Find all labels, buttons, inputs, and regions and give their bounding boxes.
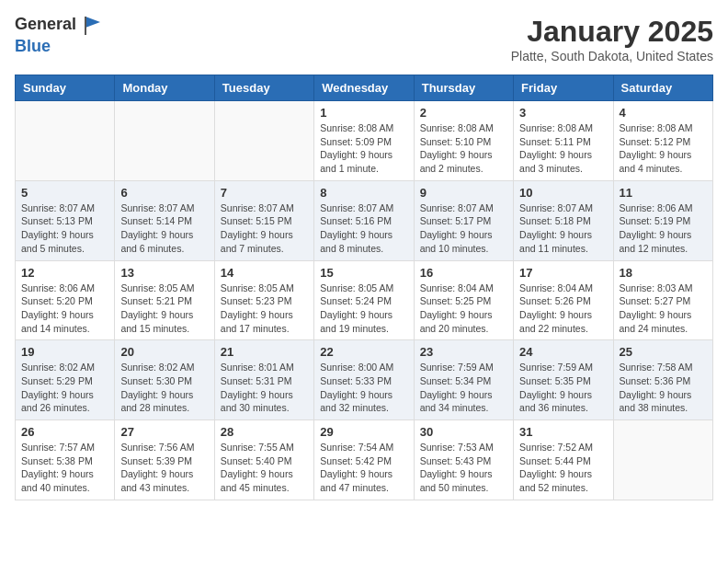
weekday-header-wednesday: Wednesday [314, 75, 414, 101]
day-number: 9 [420, 186, 507, 200]
calendar-day-25: 25Sunrise: 7:58 AM Sunset: 5:36 PM Dayli… [613, 340, 712, 420]
calendar-day-24: 24Sunrise: 7:59 AM Sunset: 5:35 PM Dayli… [514, 340, 613, 420]
day-info: Sunrise: 8:07 AM Sunset: 5:16 PM Dayligh… [320, 201, 407, 256]
logo-blue: Blue [15, 37, 51, 55]
svg-marker-0 [85, 17, 100, 28]
day-info: Sunrise: 7:57 AM Sunset: 5:38 PM Dayligh… [21, 441, 108, 495]
calendar-week-row: 26Sunrise: 7:57 AM Sunset: 5:38 PM Dayli… [16, 420, 713, 500]
day-number: 1 [320, 106, 407, 120]
day-number: 27 [120, 425, 208, 439]
weekday-header-tuesday: Tuesday [214, 75, 313, 101]
day-info: Sunrise: 7:55 AM Sunset: 5:40 PM Dayligh… [221, 441, 308, 495]
day-info: Sunrise: 8:00 AM Sunset: 5:33 PM Dayligh… [320, 361, 407, 415]
day-number: 26 [21, 425, 108, 439]
day-info: Sunrise: 7:53 AM Sunset: 5:43 PM Dayligh… [420, 441, 507, 495]
logo-flag-icon [82, 15, 104, 37]
location-subtitle: Platte, South Dakota, United States [511, 49, 713, 63]
calendar-day-31: 31Sunrise: 7:52 AM Sunset: 5:44 PM Dayli… [514, 420, 613, 500]
logo: General Blue [15, 15, 105, 56]
calendar-day-15: 15Sunrise: 8:05 AM Sunset: 5:24 PM Dayli… [314, 260, 414, 340]
day-info: Sunrise: 7:59 AM Sunset: 5:34 PM Dayligh… [420, 361, 507, 415]
day-number: 18 [620, 266, 707, 280]
calendar-day-22: 22Sunrise: 8:00 AM Sunset: 5:33 PM Dayli… [314, 340, 414, 420]
day-number: 29 [320, 425, 407, 439]
day-info: Sunrise: 8:02 AM Sunset: 5:30 PM Dayligh… [120, 361, 208, 415]
calendar-day-6: 6Sunrise: 8:07 AM Sunset: 5:14 PM Daylig… [115, 180, 214, 260]
calendar-day-28: 28Sunrise: 7:55 AM Sunset: 5:40 PM Dayli… [214, 420, 313, 500]
calendar-week-row: 19Sunrise: 8:02 AM Sunset: 5:29 PM Dayli… [16, 340, 713, 420]
calendar-day-21: 21Sunrise: 8:01 AM Sunset: 5:31 PM Dayli… [214, 340, 313, 420]
calendar-day-4: 4Sunrise: 8:08 AM Sunset: 5:12 PM Daylig… [613, 101, 712, 181]
weekday-header-saturday: Saturday [613, 75, 712, 101]
day-number: 30 [420, 425, 507, 439]
day-info: Sunrise: 7:59 AM Sunset: 5:35 PM Dayligh… [519, 361, 607, 415]
day-info: Sunrise: 8:07 AM Sunset: 5:15 PM Dayligh… [221, 201, 308, 256]
day-number: 17 [519, 266, 607, 280]
day-number: 15 [320, 266, 407, 280]
calendar-day-19: 19Sunrise: 8:02 AM Sunset: 5:29 PM Dayli… [16, 340, 115, 420]
calendar-week-row: 1Sunrise: 8:08 AM Sunset: 5:09 PM Daylig… [16, 101, 713, 181]
calendar-day-empty [613, 420, 712, 500]
page-header: General Blue January 2025 Platte, South … [15, 15, 713, 63]
day-number: 28 [221, 425, 308, 439]
calendar-day-5: 5Sunrise: 8:07 AM Sunset: 5:13 PM Daylig… [16, 180, 115, 260]
day-info: Sunrise: 8:07 AM Sunset: 5:18 PM Dayligh… [519, 201, 607, 256]
logo-text: General Blue [15, 15, 105, 56]
calendar-day-11: 11Sunrise: 8:06 AM Sunset: 5:19 PM Dayli… [613, 180, 712, 260]
day-info: Sunrise: 7:52 AM Sunset: 5:44 PM Dayligh… [519, 441, 607, 495]
day-info: Sunrise: 7:54 AM Sunset: 5:42 PM Dayligh… [320, 441, 407, 495]
day-number: 7 [221, 186, 308, 200]
day-number: 21 [221, 345, 308, 359]
calendar-day-12: 12Sunrise: 8:06 AM Sunset: 5:20 PM Dayli… [16, 260, 115, 340]
day-number: 3 [519, 106, 607, 120]
day-info: Sunrise: 8:07 AM Sunset: 5:14 PM Dayligh… [120, 201, 208, 256]
day-info: Sunrise: 8:05 AM Sunset: 5:24 PM Dayligh… [320, 282, 407, 336]
month-title: January 2025 [511, 15, 713, 49]
calendar-day-10: 10Sunrise: 8:07 AM Sunset: 5:18 PM Dayli… [514, 180, 613, 260]
calendar-day-27: 27Sunrise: 7:56 AM Sunset: 5:39 PM Dayli… [115, 420, 214, 500]
calendar-day-14: 14Sunrise: 8:05 AM Sunset: 5:23 PM Dayli… [214, 260, 313, 340]
day-number: 31 [519, 425, 607, 439]
calendar-day-16: 16Sunrise: 8:04 AM Sunset: 5:25 PM Dayli… [414, 260, 513, 340]
calendar-day-18: 18Sunrise: 8:03 AM Sunset: 5:27 PM Dayli… [613, 260, 712, 340]
calendar-day-7: 7Sunrise: 8:07 AM Sunset: 5:15 PM Daylig… [214, 180, 313, 260]
calendar-day-9: 9Sunrise: 8:07 AM Sunset: 5:17 PM Daylig… [414, 180, 513, 260]
weekday-header-friday: Friday [514, 75, 613, 101]
calendar-day-8: 8Sunrise: 8:07 AM Sunset: 5:16 PM Daylig… [314, 180, 414, 260]
day-info: Sunrise: 8:08 AM Sunset: 5:11 PM Dayligh… [519, 121, 607, 176]
day-number: 11 [620, 186, 707, 200]
day-info: Sunrise: 8:01 AM Sunset: 5:31 PM Dayligh… [221, 361, 308, 415]
day-info: Sunrise: 8:03 AM Sunset: 5:27 PM Dayligh… [620, 282, 707, 336]
calendar-week-row: 5Sunrise: 8:07 AM Sunset: 5:13 PM Daylig… [16, 180, 713, 260]
day-info: Sunrise: 8:08 AM Sunset: 5:10 PM Dayligh… [420, 121, 507, 176]
calendar-day-3: 3Sunrise: 8:08 AM Sunset: 5:11 PM Daylig… [514, 101, 613, 181]
day-number: 2 [420, 106, 507, 120]
day-number: 25 [620, 345, 707, 359]
calendar-day-23: 23Sunrise: 7:59 AM Sunset: 5:34 PM Dayli… [414, 340, 513, 420]
day-number: 24 [519, 345, 607, 359]
day-number: 5 [21, 186, 108, 200]
day-number: 12 [21, 266, 108, 280]
calendar-day-empty [115, 101, 214, 181]
day-info: Sunrise: 8:02 AM Sunset: 5:29 PM Dayligh… [21, 361, 108, 415]
calendar-day-20: 20Sunrise: 8:02 AM Sunset: 5:30 PM Dayli… [115, 340, 214, 420]
calendar-day-13: 13Sunrise: 8:05 AM Sunset: 5:21 PM Dayli… [115, 260, 214, 340]
logo-general: General [15, 15, 76, 33]
day-number: 16 [420, 266, 507, 280]
day-number: 10 [519, 186, 607, 200]
day-number: 4 [620, 106, 707, 120]
day-number: 13 [120, 266, 208, 280]
day-number: 23 [420, 345, 507, 359]
day-number: 8 [320, 186, 407, 200]
day-info: Sunrise: 8:05 AM Sunset: 5:23 PM Dayligh… [221, 282, 308, 336]
calendar-header-row: SundayMondayTuesdayWednesdayThursdayFrid… [16, 75, 713, 101]
day-info: Sunrise: 7:56 AM Sunset: 5:39 PM Dayligh… [120, 441, 208, 495]
calendar-week-row: 12Sunrise: 8:06 AM Sunset: 5:20 PM Dayli… [16, 260, 713, 340]
day-number: 19 [21, 345, 108, 359]
calendar-day-17: 17Sunrise: 8:04 AM Sunset: 5:26 PM Dayli… [514, 260, 613, 340]
day-info: Sunrise: 8:06 AM Sunset: 5:19 PM Dayligh… [620, 201, 707, 256]
day-info: Sunrise: 8:05 AM Sunset: 5:21 PM Dayligh… [120, 282, 208, 336]
day-number: 20 [120, 345, 208, 359]
calendar-day-2: 2Sunrise: 8:08 AM Sunset: 5:10 PM Daylig… [414, 101, 513, 181]
title-area: January 2025 Platte, South Dakota, Unite… [511, 15, 713, 63]
